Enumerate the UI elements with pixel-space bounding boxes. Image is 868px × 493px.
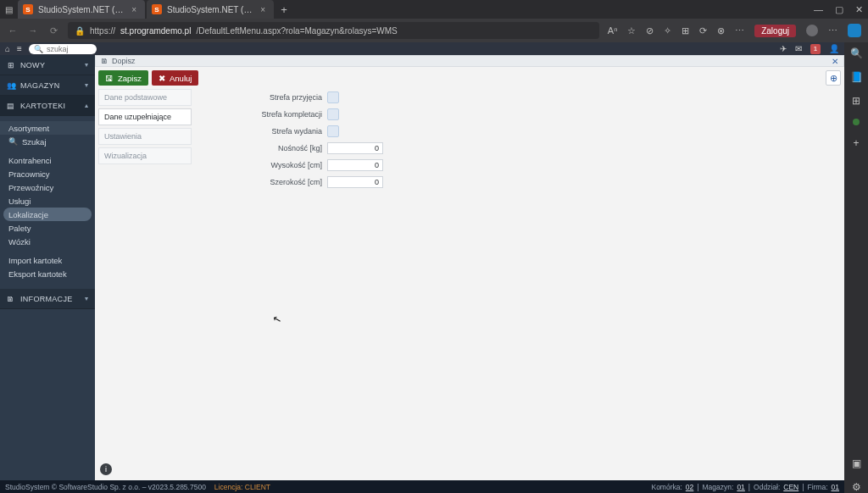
input-szerokosc[interactable] <box>327 176 383 188</box>
section-label: NOWY <box>20 61 45 69</box>
toolbar-icon[interactable]: ⊘ <box>646 25 654 36</box>
main-panel: 🗎 Dopisz ✕ 🖫 Zapisz ✖ Anuluj ⊕ Dane pods… <box>95 55 844 480</box>
profile-avatar[interactable] <box>806 25 818 36</box>
app-menu-icon[interactable]: ▤ <box>5 5 13 14</box>
close-icon[interactable]: × <box>260 5 265 14</box>
sidebar-item-lokalizacje[interactable]: Lokalizacje <box>3 208 92 221</box>
chevron-down-icon: ▾ <box>85 295 88 302</box>
sidebar-section-kartoteki[interactable]: ▤ KARTOTEKI ▴ <box>0 96 95 116</box>
url-host: st.programdemo.pl <box>120 26 191 36</box>
favorite-icon[interactable]: ☆ <box>627 25 636 36</box>
vtab-dane-podstawowe[interactable]: Dane podstawowe <box>98 89 192 106</box>
tab-title: StudioSystem.NET (c) SoftwareS... <box>38 5 126 14</box>
sidebar-item-wozki[interactable]: Wózki <box>0 235 95 248</box>
rail-icon[interactable]: ⊞ <box>852 95 860 107</box>
section-label: INFORMACJE <box>20 295 73 303</box>
info-fab[interactable]: i <box>100 463 112 475</box>
add-record-button[interactable]: ⊕ <box>826 70 841 86</box>
browser-toolbar: ← → ⟳ 🔒 https://st.programdemo.pl/Defaul… <box>0 19 868 42</box>
tab-favicon: S <box>152 4 162 14</box>
panel-header: 🗎 Dopisz ✕ <box>95 55 844 67</box>
window-close[interactable]: ✕ <box>855 4 863 15</box>
app-search[interactable]: 🔍 szukaj <box>29 44 97 54</box>
sidebar-item-import[interactable]: Import kartotek <box>0 253 95 267</box>
footer-licence: Licencja: CLIENT <box>214 483 270 491</box>
nav-back[interactable]: ← <box>7 25 19 36</box>
chevron-down-icon: ▾ <box>85 81 88 89</box>
sidebar-item-przewoznicy[interactable]: Przewoźnicy <box>0 180 95 194</box>
vtab-ustawienia[interactable]: Ustawienia <box>98 128 192 145</box>
sidebar-item-eksport[interactable]: Eksport kartotek <box>0 267 95 280</box>
sidebar-item-asortyment[interactable]: Asortyment <box>0 121 95 135</box>
login-button[interactable]: Zaloguj <box>754 25 796 37</box>
window-maximize[interactable]: ▢ <box>835 4 843 15</box>
user-icon[interactable]: 👤 <box>829 44 839 53</box>
sidebar-section-informacje[interactable]: 🗎 INFORMACJE ▾ <box>0 289 95 309</box>
plane-icon[interactable]: ✈ <box>780 44 787 53</box>
vtab-dane-uzupelniajace[interactable]: Dane uzupełniające <box>98 108 192 125</box>
save-label: Zapisz <box>118 74 142 83</box>
url-bar[interactable]: 🔒 https://st.programdemo.pl/DefaultLeftM… <box>68 22 599 39</box>
cards-icon: ▤ <box>7 102 15 110</box>
browser-tab-0[interactable]: S StudioSystem.NET (c) SoftwareS... × <box>18 0 145 19</box>
rail-search-icon[interactable]: 🔍 <box>850 47 863 59</box>
label-szerokosc: Szerokość [cm] <box>229 178 322 186</box>
label-strefa-kompletacji: Strefa kompletacji <box>229 110 322 119</box>
people-icon: 👥 <box>7 81 15 90</box>
cancel-button[interactable]: ✖ Anuluj <box>152 70 198 86</box>
mail-icon[interactable]: ✉ <box>795 44 802 53</box>
footer-context: Komórka:02| Magazyn:01| Oddział:CEN| Fir… <box>651 483 839 491</box>
plus-icon: ⊞ <box>7 61 15 69</box>
nav-reload[interactable]: ⟳ <box>47 25 59 36</box>
close-icon[interactable]: × <box>131 5 136 14</box>
url-prefix: https:// <box>90 26 115 36</box>
collections-icon[interactable]: ⊞ <box>682 25 689 36</box>
rail-plus-icon[interactable]: + <box>853 137 859 149</box>
rail-icon[interactable]: 📘 <box>850 71 863 83</box>
panel-close-icon[interactable]: ✕ <box>832 57 838 66</box>
checkbox-strefa-wydania[interactable] <box>327 125 339 137</box>
status-bar: StudioSystem © SoftwareStudio Sp. z o.o.… <box>0 480 844 493</box>
search-icon: 🔍 <box>34 45 43 53</box>
tab-title: StudioSystem.NET (c) SoftwareS... <box>167 5 255 14</box>
sidebar-section-nowy[interactable]: ⊞ NOWY ▾ <box>0 55 95 75</box>
label-wysokosc: Wysokość [cm] <box>229 161 322 169</box>
sidebar-item-kontrahenci[interactable]: Kontrahenci <box>0 153 95 167</box>
browser-titlebar: ▤ S StudioSystem.NET (c) SoftwareS... × … <box>0 0 868 19</box>
sidebar-item-pracownicy[interactable]: Pracownicy <box>0 167 95 180</box>
extension-icon-2[interactable]: ⋯ <box>735 25 744 36</box>
footer-copyright: StudioSystem © SoftwareStudio Sp. z o.o.… <box>5 483 206 491</box>
menu-toggle-icon[interactable]: ≡ <box>17 44 22 53</box>
sidebar-item-szukaj[interactable]: 🔍Szukaj <box>0 135 95 148</box>
notification-badge[interactable]: 1 <box>810 44 821 54</box>
checkbox-strefa-przyjecia[interactable] <box>327 91 339 103</box>
window-minimize[interactable]: — <box>814 4 823 15</box>
history-icon[interactable]: ⟳ <box>699 25 707 36</box>
checkbox-strefa-kompletacji[interactable] <box>327 108 339 120</box>
more-icon[interactable]: ⋯ <box>828 25 837 36</box>
sidebar-item-uslugi[interactable]: Usługi <box>0 194 95 208</box>
save-button[interactable]: 🖫 Zapisz <box>98 70 148 86</box>
extension-icon[interactable]: ⊗ <box>717 25 725 36</box>
search-icon: 🔍 <box>8 137 17 146</box>
panel-title: Dopisz <box>112 57 136 65</box>
rail-status-dot[interactable] <box>853 119 860 125</box>
section-label: MAGAZYN <box>20 81 60 90</box>
bing-icon[interactable] <box>848 24 861 37</box>
input-wysokosc[interactable] <box>327 159 383 171</box>
browser-tab-1[interactable]: S StudioSystem.NET (c) SoftwareS... × <box>147 0 274 19</box>
input-nosnosc[interactable] <box>327 142 383 154</box>
doc-icon: 🗎 <box>101 57 108 65</box>
new-tab-button[interactable]: + <box>275 3 292 16</box>
home-icon[interactable]: ⌂ <box>5 44 10 53</box>
favorites-bar-icon[interactable]: ✧ <box>664 25 671 36</box>
read-aloud-icon[interactable]: Aⁿ <box>608 25 617 36</box>
sidebar-item-palety[interactable]: Palety <box>0 221 95 235</box>
rail-bottom-icon[interactable]: ▣ <box>852 457 861 469</box>
sidebar-section-magazyn[interactable]: 👥 MAGAZYN ▾ <box>0 75 95 96</box>
search-placeholder: szukaj <box>47 45 69 53</box>
vtab-wizualizacja[interactable]: Wizualizacja <box>98 147 192 164</box>
edge-side-rail: 🔍 📘 ⊞ + ▣ ⚙ <box>844 42 868 493</box>
chevron-down-icon: ▾ <box>85 61 88 69</box>
rail-settings-icon[interactable]: ⚙ <box>852 481 861 493</box>
